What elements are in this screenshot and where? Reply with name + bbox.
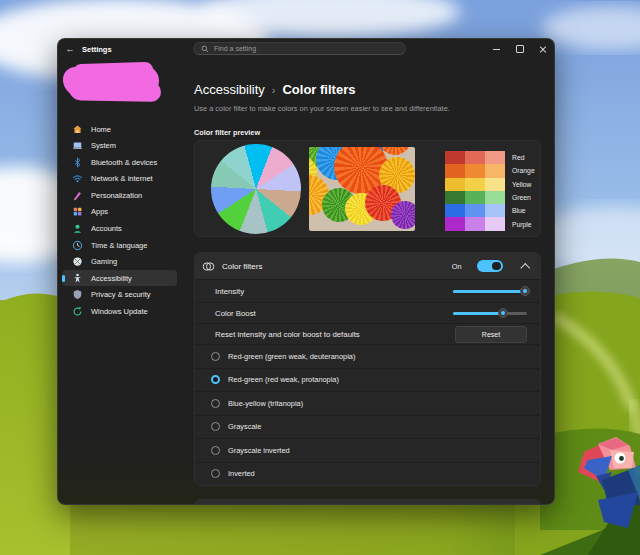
swatch-cell bbox=[445, 164, 465, 177]
color-boost-row: Color Boost bbox=[195, 302, 540, 323]
swatch-cell bbox=[485, 204, 505, 217]
close-button[interactable] bbox=[531, 39, 554, 59]
page-description: Use a color filter to make colors on you… bbox=[194, 104, 450, 113]
pinwheel-photo-preview bbox=[309, 147, 415, 231]
color-filters-toggle[interactable] bbox=[477, 260, 503, 273]
gaming-icon bbox=[72, 256, 83, 267]
color-boost-slider-handle[interactable] bbox=[498, 308, 508, 318]
swatch-row: Orange bbox=[445, 164, 535, 177]
swatch-cell bbox=[485, 191, 505, 204]
sidebar-item-accessibility[interactable]: Accessibility bbox=[62, 270, 177, 286]
pie-chart-preview bbox=[211, 144, 301, 234]
search-placeholder: Find a setting bbox=[214, 45, 256, 52]
sidebar-item-bluetooth-devices[interactable]: Bluetooth & devices bbox=[62, 154, 177, 170]
radio-option-label: Red-green (green weak, deuteranopia) bbox=[228, 352, 355, 361]
minimize-icon bbox=[493, 49, 500, 50]
sidebar-item-system[interactable]: System bbox=[62, 138, 177, 154]
sidebar-item-network-internet[interactable]: Network & internet bbox=[62, 171, 177, 187]
page-title: Color filters bbox=[282, 82, 355, 97]
shield-icon bbox=[72, 289, 83, 300]
sidebar-item-apps[interactable]: Apps bbox=[62, 204, 177, 220]
swatch-label: Purple bbox=[512, 221, 532, 228]
main-content: Accessibility › Color filters Use a colo… bbox=[194, 59, 554, 504]
sidebar-item-label: Gaming bbox=[91, 257, 117, 266]
radio-option-grayscale[interactable]: Grayscale bbox=[195, 415, 540, 439]
intensity-slider[interactable] bbox=[453, 286, 527, 296]
sidebar-item-privacy-security[interactable]: Privacy & security bbox=[62, 287, 177, 303]
maximize-button[interactable] bbox=[508, 39, 531, 59]
color-filters-icon bbox=[202, 260, 215, 273]
sidebar-item-label: Windows Update bbox=[91, 307, 148, 316]
keyboard-shortcut-texts: Keyboard shortcut for color filters Pres… bbox=[223, 503, 474, 505]
radio-icon bbox=[211, 446, 220, 455]
radio-option-tritanopia[interactable]: Blue-yellow (tritanopia) bbox=[195, 391, 540, 415]
sidebar-item-personalization[interactable]: Personalization bbox=[62, 187, 177, 203]
radio-icon bbox=[211, 422, 220, 431]
sidebar-item-home[interactable]: Home bbox=[62, 121, 177, 137]
swatch-cell bbox=[445, 217, 465, 230]
sidebar-item-label: Bluetooth & devices bbox=[91, 158, 157, 167]
intensity-row: Intensity bbox=[195, 279, 540, 302]
close-icon bbox=[539, 45, 547, 53]
swatch-cell bbox=[445, 151, 465, 164]
accessibility-icon bbox=[72, 273, 83, 284]
swatch-row: Purple bbox=[445, 217, 535, 230]
sidebar-item-gaming[interactable]: Gaming bbox=[62, 254, 177, 270]
sidebar-item-windows-update[interactable]: Windows Update bbox=[62, 304, 177, 320]
color-boost-label: Color Boost bbox=[215, 309, 256, 318]
swatch-row: Green bbox=[445, 191, 535, 204]
swatch-cell bbox=[465, 178, 485, 191]
swatch-cell bbox=[445, 204, 465, 217]
color-boost-slider[interactable] bbox=[453, 308, 527, 318]
swatch-cell bbox=[485, 217, 505, 230]
reset-button[interactable]: Reset bbox=[455, 326, 527, 343]
reset-label: Reset intensity and color boost to defau… bbox=[215, 330, 360, 339]
intensity-label: Intensity bbox=[215, 287, 244, 296]
radio-option-deuteranopia[interactable]: Red-green (green weak, deuteranopia) bbox=[195, 344, 540, 368]
search-input[interactable]: Find a setting bbox=[193, 42, 406, 55]
swatch-label: Blue bbox=[512, 207, 526, 214]
swatch-label: Yellow bbox=[512, 181, 531, 188]
sidebar-item-label: Privacy & security bbox=[91, 290, 151, 299]
reset-row: Reset intensity and color boost to defau… bbox=[195, 323, 540, 344]
swatch-label: Red bbox=[512, 154, 524, 161]
intensity-slider-handle[interactable] bbox=[520, 286, 530, 296]
color-filters-title: Color filters bbox=[222, 262, 262, 271]
radio-option-protanopia[interactable]: Red-green (red weak, protanopia) bbox=[195, 368, 540, 392]
preview-section-label: Color filter preview bbox=[194, 128, 260, 137]
sidebar-item-label: System bbox=[91, 141, 116, 150]
sidebar-item-time-language[interactable]: Time & language bbox=[62, 237, 177, 253]
radio-option-label: Red-green (red weak, protanopia) bbox=[228, 375, 339, 384]
swatch-label: Orange bbox=[512, 167, 535, 174]
swatch-cell bbox=[465, 164, 485, 177]
sidebar-item-accounts[interactable]: Accounts bbox=[62, 221, 177, 237]
titlebar: ← Settings Find a setting bbox=[58, 39, 554, 59]
minimize-button[interactable] bbox=[485, 39, 508, 59]
windows-update-icon bbox=[72, 306, 83, 317]
system-icon bbox=[72, 140, 83, 151]
account-redaction-scribble bbox=[63, 63, 165, 103]
swatch-cell bbox=[445, 178, 465, 191]
swatch-cell bbox=[485, 151, 505, 164]
radio-option-label: Grayscale bbox=[228, 422, 261, 431]
breadcrumb-accessibility[interactable]: Accessibility bbox=[194, 82, 265, 97]
radio-icon bbox=[211, 375, 220, 384]
color-filters-header-row[interactable]: Color filters On bbox=[195, 253, 540, 279]
pinwheel-rosette bbox=[391, 201, 415, 229]
swatch-cell bbox=[465, 191, 485, 204]
swatch-cell bbox=[465, 151, 485, 164]
radio-option-label: Blue-yellow (tritanopia) bbox=[228, 399, 303, 408]
keyboard-shortcut-card: Keyboard shortcut for color filters Pres… bbox=[194, 499, 541, 505]
back-button[interactable]: ← bbox=[58, 39, 82, 59]
swatch-row: Blue bbox=[445, 204, 535, 217]
radio-option-inverted[interactable]: Inverted bbox=[195, 462, 540, 486]
radio-option-grayscale-inverted[interactable]: Grayscale inverted bbox=[195, 438, 540, 462]
breadcrumb-separator-icon: › bbox=[265, 84, 283, 96]
sidebar-item-label: Accessibility bbox=[91, 274, 132, 283]
color-filter-preview-card: RedOrangeYellowGreenBluePurple bbox=[194, 140, 541, 237]
swatch-cell bbox=[465, 217, 485, 230]
sidebar-item-label: Personalization bbox=[91, 191, 142, 200]
caption-buttons bbox=[485, 39, 554, 59]
color-filters-expander: Color filters On Intensity Color Boost bbox=[194, 252, 541, 486]
chevron-up-icon bbox=[520, 263, 529, 272]
